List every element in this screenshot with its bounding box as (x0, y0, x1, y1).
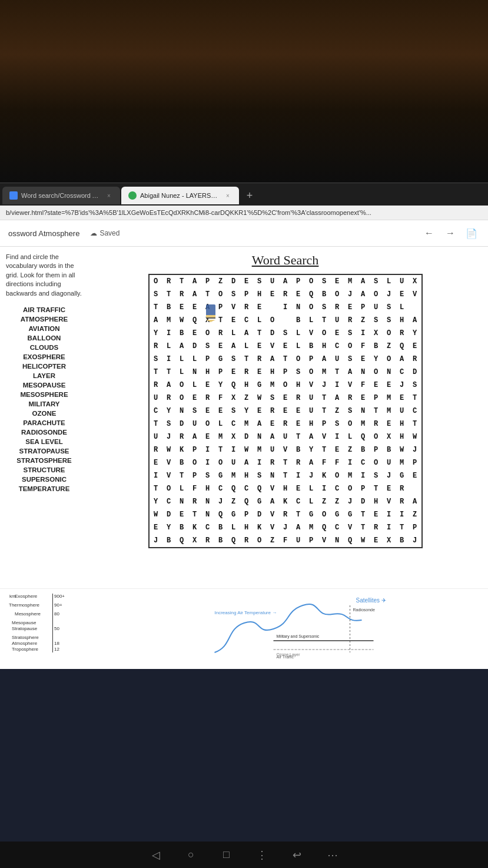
grid-cell-19-8: K (253, 521, 266, 534)
grid-cell-7-15: A (344, 366, 357, 379)
grid-cell-1-15: J (344, 288, 357, 301)
grid-cell-2-0: T (150, 301, 162, 314)
grid-cell-11-7: M (240, 418, 253, 430)
grid-row-10: CYNSEESYEREEUTZSNTMUC (150, 405, 421, 418)
grid-cell-16-0: T (150, 482, 162, 495)
taskbar-menu-icon[interactable]: ⋮ (253, 846, 271, 864)
grid-cell-5-10: E (279, 340, 292, 353)
atmosphere-value: 18 (54, 641, 59, 646)
grid-cell-8-9: M (266, 379, 279, 392)
grid-cell-13-2: K (175, 443, 188, 456)
grid-cell-13-20: J (409, 443, 421, 456)
grid-cell-6-14: U (331, 353, 344, 366)
grid-cell-10-8: E (253, 405, 266, 418)
grid-cell-17-20: A (409, 495, 421, 508)
new-tab-button[interactable]: + (243, 188, 257, 203)
word-grid: ORTAPZDESUAPOSEMASLUXSTRATOSPHEREQBOJAOJ… (150, 275, 421, 547)
grid-cell-2-12: O (305, 301, 318, 314)
taskbar-back-icon[interactable]: ◁ (147, 846, 165, 864)
grid-cell-11-3: U (188, 418, 201, 430)
tab-close-2[interactable]: × (224, 191, 232, 200)
grid-cell-20-17: E (370, 534, 383, 547)
grid-cell-14-2: B (175, 456, 188, 469)
document-button[interactable]: 📄 (463, 225, 480, 241)
bottom-area (0, 669, 488, 846)
grid-cell-13-4: I (201, 443, 214, 456)
grid-cell-15-9: N (266, 469, 279, 482)
taskbar-refresh-icon[interactable]: ↩ (288, 846, 306, 864)
grid-cell-19-7: H (240, 521, 253, 534)
taskbar-more-icon[interactable]: ⋯ (324, 846, 341, 864)
word-item-3: BALLOON (6, 333, 82, 343)
grid-cell-7-6: E (227, 366, 240, 379)
grid-cell-17-12: L (305, 495, 318, 508)
grid-cell-13-14: E (331, 443, 344, 456)
address-bar[interactable]: b/viewer.html?state=%7B'ids'%3A%5B'1lLXG… (0, 206, 488, 220)
grid-cell-7-11: S (292, 366, 305, 379)
forward-button[interactable]: → (442, 225, 459, 241)
grid-cell-18-2: E (175, 508, 188, 521)
grid-cell-13-13: T (318, 443, 331, 456)
grid-cell-6-15: S (344, 353, 357, 366)
grid-cell-13-15: Z (344, 443, 357, 456)
grid-cell-5-4: S (201, 340, 214, 353)
grid-cell-10-1: Y (162, 405, 175, 418)
grid-cell-14-8: I (253, 456, 266, 469)
grid-cell-7-3: N (188, 366, 201, 379)
grid-cell-14-16: C (357, 456, 370, 469)
stratopause-value: 50 (54, 626, 59, 631)
grid-cell-19-1: Y (162, 521, 175, 534)
word-item-1: ATMOSPHERE (6, 314, 82, 324)
grid-cell-19-13: Q (318, 521, 331, 534)
grid-cell-0-9: U (266, 275, 279, 288)
grid-cell-6-0: S (150, 353, 162, 366)
grid-cell-20-6: Q (227, 534, 240, 547)
grid-cell-8-7: H (240, 379, 253, 392)
grid-cell-18-0: W (150, 508, 162, 521)
grid-cell-12-20: W (409, 430, 421, 443)
grid-cell-5-8: E (253, 340, 266, 353)
grid-cell-4-4: O (201, 327, 214, 340)
grid-cell-13-11: B (292, 443, 305, 456)
grid-cell-13-0: R (150, 443, 162, 456)
grid-cell-16-19: R (396, 482, 409, 495)
grid-cell-0-20: X (409, 275, 421, 288)
tab-word-search[interactable]: Word search/Crossword Atm... × (2, 187, 120, 204)
grid-cell-10-6: S (227, 405, 240, 418)
grid-cell-15-7: H (240, 469, 253, 482)
tab-abigail[interactable]: Abigail Nunez - LAYERSOFTHE × (121, 187, 239, 204)
grid-cell-12-14: I (331, 430, 344, 443)
grid-cell-8-19: J (396, 379, 409, 392)
grid-cell-11-18: E (383, 418, 396, 430)
grid-row-4: YIBEORLATDSLVOESIXORY (150, 327, 421, 340)
grid-cell-14-20: P (409, 456, 421, 469)
grid-cell-11-8: A (253, 418, 266, 430)
grid-cell-13-5: T (214, 443, 227, 456)
grid-cell-4-19: R (396, 327, 409, 340)
grid-cell-7-7: R (240, 366, 253, 379)
taskbar-home-icon[interactable]: ○ (182, 846, 200, 864)
grid-cell-2-8: E (253, 301, 266, 314)
taskbar-recent-icon[interactable]: □ (218, 846, 235, 864)
grid-cell-8-8: G (253, 379, 266, 392)
grid-cell-1-5: O (214, 288, 227, 301)
grid-cell-12-4: E (201, 430, 214, 443)
grid-cell-15-6: M (227, 469, 240, 482)
grid-row-11: TSDUOLCMAEREHPSOMREHT (150, 418, 421, 430)
grid-cell-20-7: R (240, 534, 253, 547)
grid-cell-17-18: V (383, 495, 396, 508)
grid-cell-16-5: C (214, 482, 227, 495)
grid-cell-0-19: U (396, 275, 409, 288)
grid-cell-5-2: A (175, 340, 188, 353)
grid-row-9: UROERFXZWSERUTAREPMET (150, 392, 421, 405)
grid-cell-6-13: A (318, 353, 331, 366)
back-button[interactable]: ← (421, 225, 437, 241)
tab-close-1[interactable]: × (105, 191, 113, 200)
grid-cell-4-1: I (162, 327, 175, 340)
grid-cell-11-11: E (292, 418, 305, 430)
grid-cell-4-8: T (253, 327, 266, 340)
grid-row-16: TOLFHCQCQVHELICOPTER (150, 482, 421, 495)
cloud-icon: ☁ (90, 229, 97, 237)
grid-cell-8-17: E (370, 379, 383, 392)
grid-cell-1-20: V (409, 288, 421, 301)
